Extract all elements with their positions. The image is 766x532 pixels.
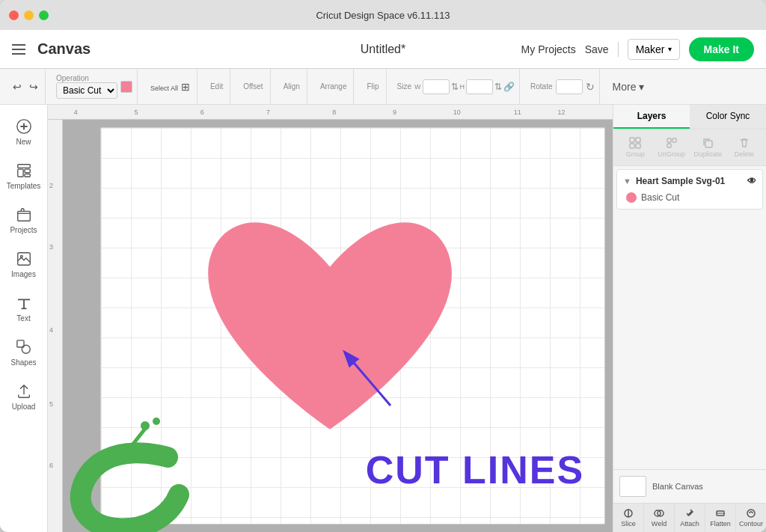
toolbar-undo-redo: ↩ ↪: [6, 69, 46, 104]
duplicate-button[interactable]: Duplicate: [690, 134, 726, 161]
save-button[interactable]: Save: [585, 43, 609, 55]
select-all-button[interactable]: Select All ⊞: [148, 79, 192, 95]
ruler-top: 4 5 6 7 8 9 10 11 12: [48, 105, 613, 120]
maximize-button[interactable]: [39, 10, 49, 20]
bottom-actions: Slice Weld Attach: [613, 503, 766, 532]
toolbar-select-all: Select All ⊞: [144, 69, 197, 104]
svg-point-15: [153, 418, 160, 425]
my-projects-button[interactable]: My Projects: [521, 43, 576, 55]
flatten-button[interactable]: Flatten: [705, 504, 736, 532]
toolbar-align: Align: [277, 69, 307, 104]
canvas-with-ruler: 2 3 4 5 6: [48, 120, 613, 532]
group-icon: [629, 137, 641, 149]
redo-button[interactable]: ↪: [27, 79, 40, 95]
sidebar-item-shapes[interactable]: Shapes: [3, 331, 45, 374]
weld-button[interactable]: Weld: [644, 504, 675, 532]
flatten-icon: [715, 508, 726, 519]
flip-button[interactable]: Flip: [364, 80, 381, 93]
cut-lines-arrow: [323, 338, 413, 413]
canvas-area[interactable]: 4 5 6 7 8 9 10 11 12 2 3 4 5: [48, 105, 613, 532]
color-swatch[interactable]: [120, 81, 132, 93]
left-sidebar: New Templates Projects: [0, 105, 48, 532]
toolbar-edit: Edit: [203, 69, 230, 104]
nav-right: My Projects Save Maker ▾ Make It: [521, 37, 754, 61]
shapes-icon: [16, 339, 32, 355]
make-it-button[interactable]: Make It: [689, 37, 754, 61]
heart-svg: [192, 199, 468, 456]
visibility-toggle[interactable]: 👁: [747, 176, 756, 186]
tab-layers[interactable]: Layers: [613, 105, 690, 129]
contour-icon: [746, 508, 756, 519]
layer-group-name: Heart Sample Svg-01: [636, 176, 725, 186]
blank-canvas-preview: [619, 476, 646, 497]
svg-rect-17: [630, 138, 634, 142]
close-button[interactable]: [9, 10, 19, 20]
sidebar-item-templates[interactable]: Templates: [3, 155, 45, 198]
project-title: Untitled*: [361, 43, 405, 56]
layer-item-basic-cut[interactable]: Basic Cut: [620, 189, 759, 206]
sidebar-item-upload[interactable]: Upload: [3, 376, 45, 418]
align-button[interactable]: Align: [281, 80, 302, 93]
svg-rect-6: [24, 174, 29, 177]
arrange-button[interactable]: Arrange: [318, 80, 349, 93]
edit-button[interactable]: Edit: [208, 80, 225, 93]
contour-button[interactable]: Contour: [736, 504, 766, 532]
operation-label: Operation: [56, 74, 117, 82]
slice-icon: [623, 508, 634, 519]
sidebar-item-images[interactable]: Images: [3, 243, 45, 286]
upload-icon: [16, 383, 32, 400]
minimize-button[interactable]: [24, 10, 34, 20]
layer-actions: Group UnGroup Duplicate: [613, 129, 766, 166]
toolbar-flip: Flip: [360, 69, 386, 104]
tab-color-sync[interactable]: Color Sync: [690, 105, 766, 129]
delete-icon: [738, 137, 750, 149]
ungroup-button[interactable]: UnGroup: [655, 134, 690, 161]
height-input[interactable]: [466, 79, 493, 94]
undo-button[interactable]: ↩: [10, 79, 24, 95]
svg-rect-18: [636, 138, 640, 142]
panel-tabs: Layers Color Sync: [613, 105, 766, 129]
attach-button[interactable]: Attach: [675, 504, 705, 532]
window-title: Cricut Design Space v6.11.113: [316, 10, 450, 21]
svg-rect-19: [630, 144, 634, 148]
rotate-input[interactable]: [556, 79, 583, 94]
delete-button[interactable]: Delete: [727, 134, 762, 161]
svg-rect-4: [17, 169, 22, 177]
sidebar-item-new[interactable]: New: [3, 111, 45, 153]
sidebar-item-projects[interactable]: Projects: [3, 199, 45, 242]
cricut-logo: [63, 412, 190, 532]
svg-point-10: [22, 345, 30, 353]
toolbar-size: Size W ⇅ H ⇅ 🔗: [393, 69, 520, 104]
width-input[interactable]: [423, 79, 450, 94]
duplicate-icon: [702, 137, 714, 149]
app-window: Cricut Design Space v6.11.113 Canvas Unt…: [0, 0, 766, 532]
svg-rect-21: [667, 138, 671, 142]
layer-item-name: Basic Cut: [641, 192, 679, 203]
hamburger-menu[interactable]: [12, 44, 25, 55]
slice-button[interactable]: Slice: [613, 504, 644, 532]
toolbar-offset: Offset: [236, 69, 271, 104]
maker-button[interactable]: Maker ▾: [628, 39, 680, 60]
chevron-down-icon: ▾: [668, 45, 672, 53]
attach-icon: [684, 508, 695, 519]
titlebar: Cricut Design Space v6.11.113: [0, 0, 766, 30]
toolbar-more: More ▾: [606, 69, 652, 104]
cutlines-text: CUT LINES: [366, 447, 584, 492]
canvas-body[interactable]: CUT LINES: [63, 120, 613, 532]
sidebar-item-text[interactable]: Text: [3, 287, 45, 330]
toolbar-rotate: Rotate ↻: [526, 69, 599, 104]
images-icon: [16, 251, 32, 267]
group-button[interactable]: Group: [618, 134, 653, 161]
offset-button[interactable]: Offset: [241, 80, 266, 93]
operation-select[interactable]: Basic Cut: [56, 82, 117, 99]
svg-rect-3: [17, 165, 30, 168]
blank-canvas-area: Blank Canvas: [613, 469, 766, 503]
navbar: Canvas Untitled* My Projects Save Maker …: [0, 30, 766, 69]
toolbar: ↩ ↪ Operation Basic Cut Select All ⊞ Edi…: [0, 69, 766, 105]
toolbar-arrange: Arrange: [313, 69, 355, 104]
more-button[interactable]: More ▾: [610, 79, 647, 95]
svg-line-13: [346, 353, 390, 406]
svg-rect-23: [667, 144, 671, 147]
heart-container[interactable]: [192, 199, 468, 456]
toolbar-operation: Operation Basic Cut: [52, 69, 138, 104]
